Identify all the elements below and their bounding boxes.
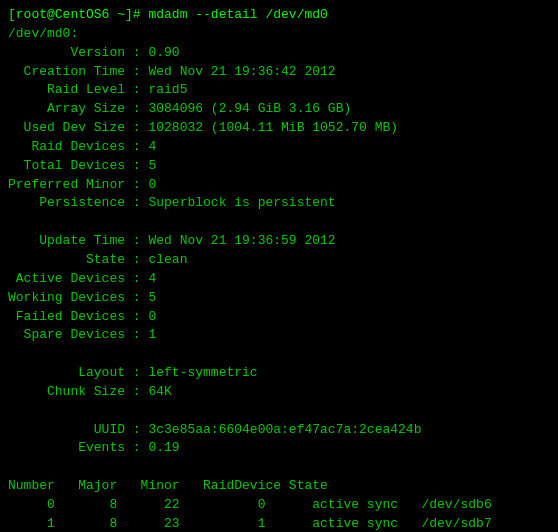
prompt-line: [root@CentOS6 ~]# mdadm --detail /dev/md… — [8, 6, 550, 25]
table-row-0: 0 8 22 0 active sync /dev/sdb6 — [8, 496, 550, 515]
table-row-1: 1 8 23 1 active sync /dev/sdb7 — [8, 515, 550, 532]
active-devices-line: Active Devices : 4 — [8, 270, 550, 289]
spare-devices-line: Spare Devices : 1 — [8, 326, 550, 345]
working-devices-line: Working Devices : 5 — [8, 289, 550, 308]
preferred-minor-line: Preferred Minor : 0 — [8, 176, 550, 195]
state-line: State : clean — [8, 251, 550, 270]
raid-devices-line: Raid Devices : 4 — [8, 138, 550, 157]
events-line: Events : 0.19 — [8, 439, 550, 458]
chunk-size-line: Chunk Size : 64K — [8, 383, 550, 402]
used-dev-size-line: Used Dev Size : 1028032 (1004.11 MiB 105… — [8, 119, 550, 138]
raid-level-line: Raid Level : raid5 — [8, 81, 550, 100]
blank3 — [8, 402, 550, 421]
update-time-line: Update Time : Wed Nov 21 19:36:59 2012 — [8, 232, 550, 251]
failed-devices-line: Failed Devices : 0 — [8, 308, 550, 327]
total-devices-line: Total Devices : 5 — [8, 157, 550, 176]
device-path: /dev/md0: — [8, 25, 550, 44]
command: mdadm --detail /dev/md0 — [148, 7, 327, 22]
uuid-line: UUID : 3c3e85aa:6604e00a:ef47ac7a:2cea42… — [8, 421, 550, 440]
version-line: Version : 0.90 — [8, 44, 550, 63]
layout-line: Layout : left-symmetric — [8, 364, 550, 383]
array-size-line: Array Size : 3084096 (2.94 GiB 3.16 GB) — [8, 100, 550, 119]
blank4 — [8, 458, 550, 477]
creation-time-line: Creation Time : Wed Nov 21 19:36:42 2012 — [8, 63, 550, 82]
terminal-window: [root@CentOS6 ~]# mdadm --detail /dev/md… — [0, 0, 558, 532]
blank1 — [8, 213, 550, 232]
table-header: Number Major Minor RaidDevice State — [8, 477, 550, 496]
persistence-line: Persistence : Superblock is persistent — [8, 194, 550, 213]
prompt: [root@CentOS6 ~]# — [8, 7, 148, 22]
blank2 — [8, 345, 550, 364]
